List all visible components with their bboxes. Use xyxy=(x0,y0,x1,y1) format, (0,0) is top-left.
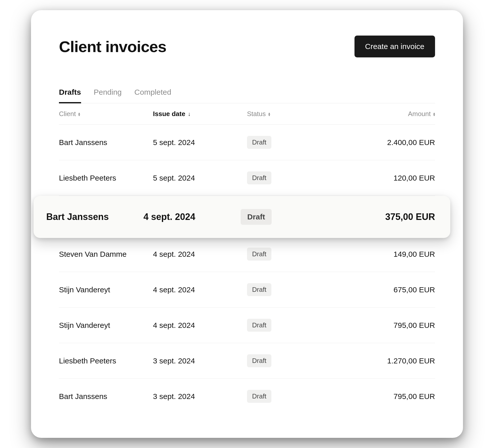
cell-status: Draft xyxy=(247,390,341,403)
column-header-status[interactable]: Status xyxy=(247,110,341,118)
column-label: Status xyxy=(247,110,266,118)
column-label: Amount xyxy=(408,110,431,118)
sort-desc-icon xyxy=(188,113,191,115)
table-row[interactable]: Liesbeth Peeters 3 sept. 2024 Draft 1.27… xyxy=(59,343,435,379)
cell-amount: 795,00 EUR xyxy=(341,321,435,330)
sort-both-icon xyxy=(78,112,80,116)
cell-issue: 4 sept. 2024 xyxy=(153,250,247,259)
tab-drafts[interactable]: Drafts xyxy=(59,88,81,103)
cell-issue: 5 sept. 2024 xyxy=(153,138,247,147)
cell-issue: 3 sept. 2024 xyxy=(153,392,247,401)
cell-client: Bart Janssens xyxy=(46,212,144,222)
cell-client: Stijn Vandereyt xyxy=(59,285,153,294)
table-row[interactable]: Steven Van Damme 4 sept. 2024 Draft 149,… xyxy=(59,236,435,272)
cell-client: Liesbeth Peeters xyxy=(59,357,153,365)
cell-issue: 4 sept. 2024 xyxy=(153,285,247,294)
status-badge: Draft xyxy=(247,390,271,403)
table-row[interactable]: Bart Janssens 5 sept. 2024 Draft 2.400,0… xyxy=(59,125,435,160)
sort-both-icon xyxy=(433,112,435,116)
status-badge: Draft xyxy=(247,171,271,184)
cell-issue: 4 sept. 2024 xyxy=(153,321,247,330)
status-badge: Draft xyxy=(247,283,271,296)
table-row[interactable]: Liesbeth Peeters 5 sept. 2024 Draft 120,… xyxy=(59,160,435,196)
status-badge: Draft xyxy=(247,248,271,261)
cell-amount: 149,00 EUR xyxy=(341,250,435,259)
cell-amount: 1.270,00 EUR xyxy=(341,357,435,365)
cell-status: Draft xyxy=(247,283,341,296)
status-badge: Draft xyxy=(241,209,272,225)
cell-client: Stijn Vandereyt xyxy=(59,321,153,330)
cell-client: Steven Van Damme xyxy=(59,250,153,259)
page-title: Client invoices xyxy=(59,38,166,56)
cell-status: Draft xyxy=(247,136,341,149)
table-row-highlighted[interactable]: Bart Janssens 4 sept. 2024 Draft 375,00 … xyxy=(34,196,450,238)
cell-status: Draft xyxy=(247,248,341,261)
tabs: Drafts Pending Completed xyxy=(59,88,435,103)
column-header-issue-date[interactable]: Issue date xyxy=(153,110,247,118)
column-label: Client xyxy=(59,110,76,118)
cell-client: Bart Janssens xyxy=(59,138,153,147)
cell-status: Draft xyxy=(241,209,338,225)
column-label: Issue date xyxy=(153,110,185,118)
cell-issue: 5 sept. 2024 xyxy=(153,174,247,182)
cell-amount: 675,00 EUR xyxy=(341,285,435,294)
cell-client: Liesbeth Peeters xyxy=(59,174,153,182)
cell-amount: 795,00 EUR xyxy=(341,392,435,401)
table-header: Client Issue date Status Amount xyxy=(59,103,435,125)
table-row[interactable]: Bart Janssens 3 sept. 2024 Draft 795,00 … xyxy=(59,379,435,414)
highlighted-row-wrap: Bart Janssens 4 sept. 2024 Draft 375,00 … xyxy=(59,196,435,236)
column-header-amount[interactable]: Amount xyxy=(341,110,435,118)
invoices-card: Client invoices Create an invoice Drafts… xyxy=(31,10,463,438)
column-header-client[interactable]: Client xyxy=(59,110,153,118)
status-badge: Draft xyxy=(247,319,271,332)
table-row[interactable]: Stijn Vandereyt 4 sept. 2024 Draft 675,0… xyxy=(59,272,435,308)
cell-amount: 120,00 EUR xyxy=(341,174,435,182)
tab-pending[interactable]: Pending xyxy=(94,88,122,103)
status-badge: Draft xyxy=(247,136,271,149)
cell-amount: 2.400,00 EUR xyxy=(341,138,435,147)
cell-issue: 4 sept. 2024 xyxy=(144,212,241,222)
cell-status: Draft xyxy=(247,354,341,367)
cell-status: Draft xyxy=(247,171,341,184)
sort-both-icon xyxy=(268,112,270,116)
tab-completed[interactable]: Completed xyxy=(134,88,171,103)
table-row[interactable]: Stijn Vandereyt 4 sept. 2024 Draft 795,0… xyxy=(59,308,435,343)
cell-client: Bart Janssens xyxy=(59,392,153,401)
cell-status: Draft xyxy=(247,319,341,332)
cell-issue: 3 sept. 2024 xyxy=(153,357,247,365)
table-body: Bart Janssens 5 sept. 2024 Draft 2.400,0… xyxy=(59,125,435,414)
status-badge: Draft xyxy=(247,354,271,367)
header-row: Client invoices Create an invoice xyxy=(59,36,435,57)
cell-amount: 375,00 EUR xyxy=(338,212,435,222)
card-inner: Client invoices Create an invoice Drafts… xyxy=(31,10,463,414)
create-invoice-button[interactable]: Create an invoice xyxy=(354,36,435,57)
